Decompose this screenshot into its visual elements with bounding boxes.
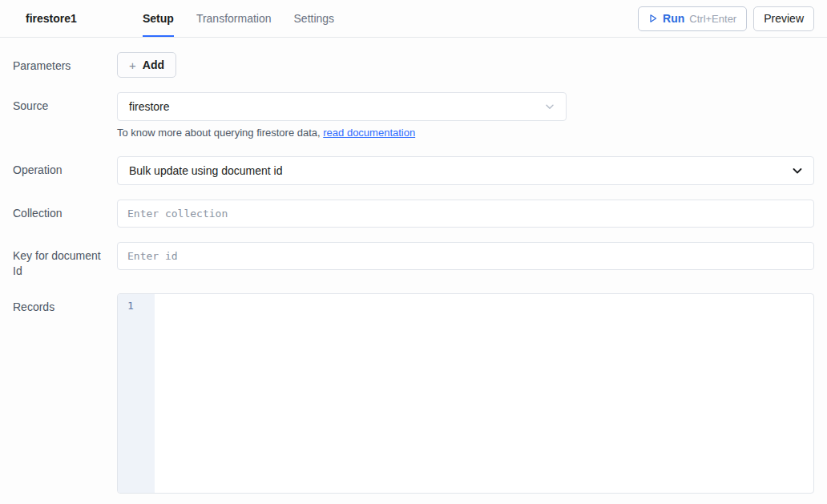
collection-label: Collection [13, 200, 117, 221]
tab-setup[interactable]: Setup [143, 0, 174, 37]
editor-content-area[interactable] [155, 294, 813, 493]
operation-row: Operation Bulk update using document id [13, 156, 814, 185]
source-help-prefix: To know more about querying firestore da… [117, 127, 321, 139]
source-row: Source firestore To know more about quer… [13, 92, 814, 139]
read-documentation-link[interactable]: read documentation [323, 127, 415, 139]
run-button[interactable]: Run Ctrl+Enter [638, 6, 747, 31]
play-icon [648, 14, 658, 23]
collection-row: Collection [13, 200, 814, 228]
query-name[interactable]: firestore1 [0, 0, 143, 37]
tab-bar: Setup Transformation Settings [143, 0, 334, 37]
run-shortcut: Ctrl+Enter [689, 13, 736, 25]
query-header: firestore1 Setup Transformation Settings… [0, 0, 827, 38]
source-select-value: firestore [129, 100, 170, 113]
document-key-label: Key for document Id [13, 242, 117, 279]
operation-label: Operation [13, 156, 117, 178]
run-label: Run [663, 12, 684, 25]
add-button-label: Add [143, 58, 164, 71]
source-help-text: To know more about querying firestore da… [117, 127, 814, 139]
chevron-down-icon [791, 164, 804, 177]
plus-icon: + [129, 59, 136, 71]
records-label: Records [13, 293, 117, 315]
source-label: Source [13, 92, 117, 114]
line-number: 1 [118, 300, 155, 312]
header-actions: Run Ctrl+Enter Preview [638, 0, 827, 37]
tab-settings[interactable]: Settings [294, 0, 335, 37]
source-select[interactable]: firestore [117, 92, 567, 121]
chevron-down-icon [543, 100, 556, 113]
preview-button[interactable]: Preview [753, 6, 814, 31]
records-editor[interactable]: 1 [117, 293, 814, 494]
document-id-input[interactable] [117, 242, 814, 270]
operation-select[interactable]: Bulk update using document id [117, 156, 814, 185]
records-row: Records 1 [13, 293, 814, 494]
collection-input[interactable] [117, 200, 814, 228]
operation-select-value: Bulk update using document id [129, 164, 282, 177]
add-parameter-button[interactable]: + Add [117, 52, 176, 78]
document-key-row: Key for document Id [13, 242, 814, 279]
parameters-label: Parameters [13, 52, 117, 74]
editor-gutter: 1 [118, 294, 155, 493]
tab-transformation[interactable]: Transformation [196, 0, 272, 37]
parameters-row: Parameters + Add [13, 52, 814, 78]
query-form: Parameters + Add Source firestore To kno… [0, 38, 827, 494]
